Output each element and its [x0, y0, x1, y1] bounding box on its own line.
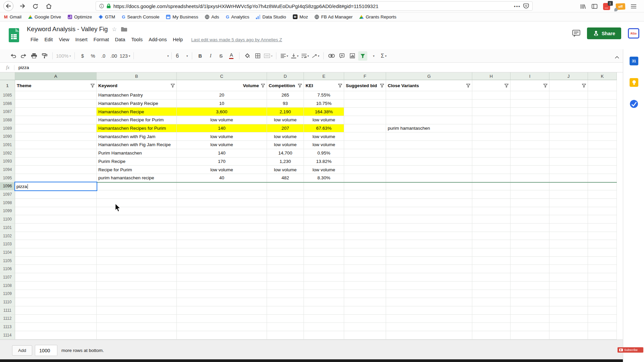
- cell-H1099[interactable]: [472, 207, 511, 216]
- cell-J1094[interactable]: [549, 166, 588, 174]
- formula-bar[interactable]: fx pizza: [0, 63, 623, 72]
- cell-B1108[interactable]: [97, 282, 177, 290]
- cell-E1089[interactable]: 67.63%: [304, 124, 344, 133]
- cell-J1107[interactable]: [549, 273, 588, 282]
- cell-I1109[interactable]: [511, 290, 549, 298]
- cell-A1098[interactable]: [15, 199, 97, 207]
- cell-B1095[interactable]: purim hamantaschen recipe: [97, 174, 177, 182]
- format-currency-button[interactable]: $: [78, 51, 87, 61]
- cell-E1109[interactable]: [304, 290, 344, 298]
- row-header-1092[interactable]: 1092: [0, 149, 15, 158]
- cell-K1097[interactable]: [588, 190, 617, 199]
- star-icon[interactable]: ☆: [112, 26, 117, 33]
- cell-C1086[interactable]: 10: [177, 100, 267, 108]
- menu-add-ons[interactable]: Add-ons: [146, 37, 170, 42]
- cell-D1086[interactable]: 93: [267, 100, 304, 108]
- menu-hamburger-icon[interactable]: [631, 4, 636, 8]
- cell-E1100[interactable]: [304, 215, 344, 224]
- cell-A1110[interactable]: [15, 298, 97, 306]
- site-info-icon[interactable]: [99, 4, 104, 8]
- cell-G1105[interactable]: [386, 257, 472, 265]
- row-header-1088[interactable]: 1088: [0, 116, 15, 124]
- cell-A1114[interactable]: [15, 331, 97, 340]
- insert-chart-button[interactable]: [348, 51, 357, 61]
- cell-I1102[interactable]: [511, 232, 549, 240]
- collapse-toolbar-button[interactable]: [615, 54, 619, 60]
- cell-E1105[interactable]: [304, 257, 344, 265]
- cell-B1090[interactable]: Hamantaschen with Fig Jam: [97, 132, 177, 141]
- row-header-1110[interactable]: 1110: [0, 298, 15, 306]
- cell-J1114[interactable]: [549, 331, 588, 340]
- cell-D1098[interactable]: [267, 199, 304, 207]
- cell-H1105[interactable]: [472, 257, 511, 265]
- italic-button[interactable]: I: [206, 51, 215, 61]
- bookmark-data-studio[interactable]: Data Studio: [256, 14, 286, 19]
- row-header-1101[interactable]: 1101: [0, 224, 15, 232]
- cell-G1101[interactable]: [386, 224, 472, 232]
- cell-K1091[interactable]: [588, 141, 617, 149]
- cell-J1102[interactable]: [549, 232, 588, 240]
- text-color-button[interactable]: A: [227, 51, 236, 61]
- bookmark-my-business[interactable]: My Business: [166, 14, 198, 19]
- cell-F1114[interactable]: [344, 331, 386, 340]
- borders-button[interactable]: [253, 51, 262, 61]
- cell-I1094[interactable]: [511, 166, 549, 174]
- cell-F1104[interactable]: [344, 248, 386, 257]
- url-text[interactable]: https://docs.google.com/spreadsheets/d/1…: [113, 3, 511, 9]
- cell-F1096[interactable]: [344, 182, 386, 191]
- cell-C1111[interactable]: [177, 306, 267, 315]
- cell-J1086[interactable]: [549, 100, 588, 108]
- cell-A1085[interactable]: [15, 91, 97, 100]
- cell-D1[interactable]: Competition: [267, 80, 304, 91]
- cell-G1093[interactable]: [386, 158, 472, 166]
- cell-D1112[interactable]: [267, 315, 304, 323]
- cell-H1088[interactable]: [472, 116, 511, 124]
- cell-J1085[interactable]: [549, 91, 588, 100]
- bookmark-gmail[interactable]: MGmail: [4, 14, 21, 19]
- cell-F1110[interactable]: [344, 298, 386, 306]
- cell-I1096[interactable]: [511, 182, 549, 191]
- cell-I1114[interactable]: [511, 331, 549, 340]
- cell-H1096[interactable]: [472, 182, 511, 191]
- cell-A1097[interactable]: [15, 190, 97, 199]
- cell-G1110[interactable]: [386, 298, 472, 306]
- cell-C1109[interactable]: [177, 290, 267, 298]
- merge-cells-button[interactable]: ▾: [264, 51, 273, 61]
- cell-E1090[interactable]: low volume: [304, 132, 344, 141]
- cell-K1107[interactable]: [588, 273, 617, 282]
- cell-D1108[interactable]: [267, 282, 304, 290]
- cell-C1102[interactable]: [177, 232, 267, 240]
- row-header-1100[interactable]: 1100: [0, 215, 15, 224]
- cell-D1097[interactable]: [267, 190, 304, 199]
- cell-I1086[interactable]: [511, 100, 549, 108]
- row-header-1091[interactable]: 1091: [0, 141, 15, 149]
- cell-D1101[interactable]: [267, 224, 304, 232]
- cell-K1106[interactable]: [588, 265, 617, 273]
- cell-J1105[interactable]: [549, 257, 588, 265]
- cell-B1096[interactable]: [97, 182, 177, 191]
- cell-G1095[interactable]: [386, 174, 472, 182]
- cell-G1111[interactable]: [386, 306, 472, 315]
- cell-I1090[interactable]: [511, 132, 549, 141]
- cell-B1102[interactable]: [97, 232, 177, 240]
- cell-C1087[interactable]: 3,600: [177, 108, 267, 116]
- page-actions-icon[interactable]: •••: [514, 4, 521, 9]
- column-header-E[interactable]: E: [304, 72, 344, 80]
- menu-tools[interactable]: Tools: [128, 37, 146, 42]
- cell-K1093[interactable]: [588, 158, 617, 166]
- cell-H1095[interactable]: [472, 174, 511, 182]
- move-folder-icon[interactable]: [121, 27, 127, 32]
- cell-K1088[interactable]: [588, 116, 617, 124]
- cell-H1104[interactable]: [472, 248, 511, 257]
- cell-C1093[interactable]: 170: [177, 158, 267, 166]
- cell-C1091[interactable]: low volume: [177, 141, 267, 149]
- cell-F1095[interactable]: [344, 174, 386, 182]
- cell-A1104[interactable]: [15, 248, 97, 257]
- cell-E1088[interactable]: low volume: [304, 116, 344, 124]
- column-header-C[interactable]: C: [177, 72, 267, 80]
- row-header-1108[interactable]: 1108: [0, 282, 15, 290]
- cell-F1103[interactable]: [344, 240, 386, 248]
- cell-G1098[interactable]: [386, 199, 472, 207]
- filter-icon[interactable]: [543, 84, 547, 87]
- reload-button[interactable]: [32, 1, 40, 11]
